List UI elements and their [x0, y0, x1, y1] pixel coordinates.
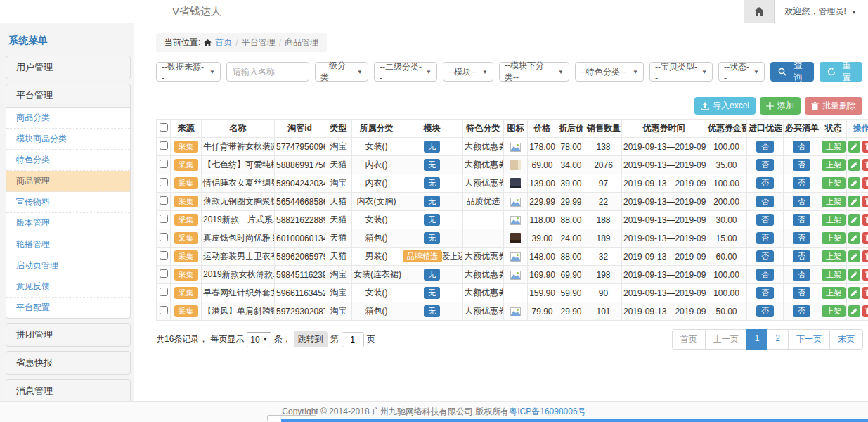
must-buy-toggle[interactable]: 否 — [793, 250, 810, 262]
sidebar-group-header[interactable]: 用户管理 — [6, 56, 131, 79]
row-checkbox[interactable] — [160, 178, 168, 186]
edit-button[interactable] — [848, 177, 860, 189]
must-buy-toggle[interactable]: 否 — [793, 269, 810, 281]
row-checkbox[interactable] — [160, 160, 168, 168]
must-buy-toggle[interactable]: 否 — [793, 141, 810, 153]
sidebar-group-header[interactable]: 平台管理 — [6, 84, 131, 108]
status-badge[interactable]: 上架 — [822, 232, 846, 244]
sidebar-item[interactable]: 轮播管理 — [6, 234, 130, 255]
delete-button[interactable] — [862, 269, 868, 281]
sidebar-item[interactable]: 宣传物料 — [6, 192, 130, 213]
search-button[interactable]: 查询 — [770, 62, 814, 82]
batch-delete-button[interactable]: 批量删除 — [805, 97, 862, 115]
row-checkbox[interactable] — [160, 306, 168, 314]
import-optimal-toggle[interactable]: 否 — [756, 177, 774, 189]
must-buy-toggle[interactable]: 否 — [793, 196, 810, 207]
delete-button[interactable] — [862, 159, 868, 171]
must-buy-toggle[interactable]: 否 — [793, 159, 810, 171]
per-page-select[interactable]: 10▼ — [247, 332, 271, 347]
filter-select[interactable]: --二级分类--▼ — [374, 62, 437, 82]
delete-button[interactable] — [862, 214, 868, 226]
edit-button[interactable] — [848, 269, 860, 281]
sidebar-item[interactable]: 特色分类 — [6, 150, 130, 171]
import-excel-button[interactable]: 导入excel — [694, 97, 756, 115]
edit-button[interactable] — [848, 214, 860, 226]
name-search-input[interactable] — [226, 62, 309, 82]
import-optimal-toggle[interactable]: 否 — [756, 196, 774, 207]
edit-button[interactable] — [848, 141, 860, 153]
sidebar-group-header[interactable]: 拼团管理 — [6, 323, 131, 347]
delete-button[interactable] — [862, 287, 868, 299]
must-buy-toggle[interactable]: 否 — [793, 287, 810, 299]
sidebar-item[interactable]: 商品管理 — [6, 171, 130, 192]
page-button[interactable]: 2 — [767, 329, 789, 350]
import-optimal-toggle[interactable]: 否 — [756, 159, 774, 171]
import-optimal-toggle[interactable]: 否 — [756, 287, 774, 299]
page-number-input[interactable] — [342, 332, 364, 347]
must-buy-toggle[interactable]: 否 — [793, 305, 810, 317]
row-checkbox[interactable] — [160, 196, 168, 205]
icp-link[interactable]: 粤ICP备16098006号 — [509, 406, 585, 418]
sidebar-item[interactable]: 平台配置 — [6, 298, 130, 318]
sidebar-group-header[interactable]: 省惠快报 — [6, 351, 131, 375]
user-menu[interactable]: 欢迎您，管理员! ▼ — [775, 6, 868, 18]
delete-button[interactable] — [862, 196, 868, 207]
page-button[interactable]: 1 — [746, 329, 768, 350]
sidebar-group-header[interactable]: 消息管理 — [6, 379, 131, 401]
filter-select[interactable]: --数据来源--▼ — [156, 62, 221, 82]
delete-button[interactable] — [862, 141, 868, 153]
row-checkbox[interactable] — [160, 141, 168, 150]
delete-button[interactable] — [862, 232, 868, 244]
import-optimal-toggle[interactable]: 否 — [756, 214, 774, 226]
edit-button[interactable] — [848, 287, 860, 299]
import-optimal-toggle[interactable]: 否 — [756, 141, 774, 153]
status-badge[interactable]: 上架 — [822, 196, 846, 207]
sidebar-item[interactable]: 意见反馈 — [6, 276, 130, 298]
must-buy-toggle[interactable]: 否 — [793, 177, 810, 189]
delete-button[interactable] — [862, 250, 868, 262]
edit-button[interactable] — [848, 250, 860, 262]
import-optimal-toggle[interactable]: 否 — [756, 250, 774, 262]
breadcrumb-home-link[interactable]: 首页 — [215, 37, 232, 49]
row-checkbox[interactable] — [160, 215, 168, 223]
delete-button[interactable] — [862, 177, 868, 189]
must-buy-toggle[interactable]: 否 — [793, 232, 810, 244]
sidebar-item[interactable]: 版本管理 — [6, 213, 130, 234]
edit-button[interactable] — [848, 305, 860, 317]
status-badge[interactable]: 上架 — [822, 159, 846, 171]
row-checkbox[interactable] — [160, 251, 168, 260]
must-buy-toggle[interactable]: 否 — [793, 214, 810, 226]
jump-button[interactable]: 跳转到 — [294, 331, 328, 347]
page-button[interactable]: 下一页 — [788, 329, 830, 350]
import-optimal-toggle[interactable]: 否 — [756, 305, 774, 317]
sidebar-item[interactable]: 模块商品分类 — [6, 129, 130, 150]
filter-select[interactable]: --状态--▼ — [718, 62, 765, 82]
edit-button[interactable] — [848, 232, 860, 244]
edit-button[interactable] — [848, 196, 860, 207]
status-badge[interactable]: 上架 — [822, 250, 846, 262]
sidebar-item[interactable]: 启动页管理 — [6, 255, 130, 276]
status-badge[interactable]: 上架 — [822, 214, 846, 226]
home-button[interactable] — [744, 0, 775, 23]
row-checkbox[interactable] — [160, 269, 168, 278]
filter-select[interactable]: --特色分类--▼ — [575, 62, 644, 82]
status-badge[interactable]: 上架 — [822, 305, 846, 317]
status-badge[interactable]: 上架 — [822, 269, 846, 281]
status-badge[interactable]: 上架 — [822, 141, 846, 153]
delete-button[interactable] — [862, 305, 868, 317]
page-button[interactable]: 末页 — [829, 329, 863, 350]
filter-select[interactable]: --宝贝类型--▼ — [649, 62, 713, 82]
row-checkbox[interactable] — [160, 288, 168, 296]
filter-select[interactable]: --模块下分类--▼ — [499, 62, 569, 82]
select-all-checkbox[interactable] — [160, 123, 168, 132]
filter-select[interactable]: 一级分类▼ — [315, 62, 368, 82]
reset-button[interactable]: 重置 — [820, 62, 863, 82]
import-optimal-toggle[interactable]: 否 — [756, 269, 774, 281]
filter-select[interactable]: --模块--▼ — [443, 62, 493, 82]
import-optimal-toggle[interactable]: 否 — [756, 232, 774, 244]
row-checkbox[interactable] — [160, 233, 168, 241]
status-badge[interactable]: 上架 — [822, 287, 846, 299]
status-badge[interactable]: 上架 — [822, 177, 846, 189]
add-button[interactable]: 添加 — [760, 97, 801, 115]
sidebar-item[interactable]: 商品分类 — [6, 108, 130, 129]
